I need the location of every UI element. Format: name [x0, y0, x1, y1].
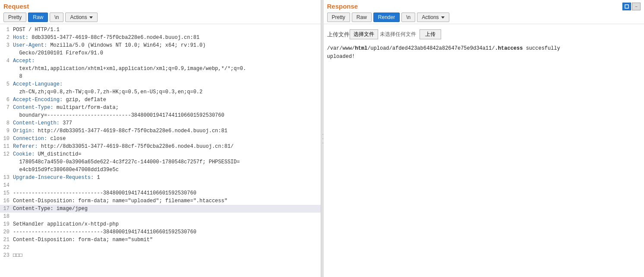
line-8: 8 Content-Length: 377 [0, 119, 321, 127]
request-toolbar: Pretty Raw \n Actions [3, 13, 317, 22]
request-panel-header: Request Pretty Raw \n Actions [0, 0, 321, 24]
line-10: 10 Connection: close [0, 135, 321, 143]
line-2: 2 Host: 8db33051-3477-4619-88cf-75f0cba2… [0, 34, 321, 41]
minimize-btn[interactable]: – [632, 3, 641, 10]
request-actions-btn[interactable]: Actions [65, 13, 97, 22]
maximize-btn[interactable] [622, 3, 631, 10]
response-actions-chevron-icon [441, 16, 445, 19]
line-13: 13 Upgrade-Insecure-Requests: 1 [0, 174, 321, 181]
response-raw-btn[interactable]: Raw [352, 13, 372, 22]
response-panel: Response – Pretty Raw Render \n [324, 0, 644, 277]
actions-chevron-icon [89, 16, 93, 19]
response-toolbar: Pretty Raw Render \n Actions [327, 13, 641, 22]
request-raw-btn[interactable]: Raw [28, 13, 48, 22]
window-controls: – [622, 3, 641, 10]
no-file-label: 未选择任何文件 [380, 31, 416, 38]
request-body: 1 POST / HTTP/1.1 2 Host: 8db33051-3477-… [0, 24, 321, 277]
minimize-icon: – [635, 4, 638, 9]
line-6: 6 Accept-Encoding: gzip, deflate [0, 96, 321, 104]
response-n-btn[interactable]: \n [401, 13, 415, 22]
line-5: 5 Accept-Language: zh-CN,zh;q=0.8,zh-TW;… [0, 80, 321, 96]
response-body: 上传文件 选择文件 未选择任何文件 上传 /var/www/html/uploa… [324, 24, 644, 277]
line-14: 14 [0, 181, 321, 189]
line-19: 19 SetHandler application/x-httpd-php [0, 220, 321, 228]
request-title: Request [3, 3, 317, 10]
line-21: 21 Content-Disposition: form-data; name=… [0, 236, 321, 244]
response-panel-header: Response – Pretty Raw Render \n [324, 0, 644, 24]
upload-success-message: /var/www/html/upload/afded423ab64842a826… [327, 45, 641, 61]
line-1: 1 POST / HTTP/1.1 [0, 26, 321, 34]
line-23: 23 □□□ [0, 252, 321, 259]
upload-label: 上传文件 [327, 31, 350, 38]
line-20: 20 -----------------------------38480001… [0, 228, 321, 236]
line-9: 9 Origin: http://8db33051-3477-4619-88cf… [0, 127, 321, 135]
response-content: 上传文件 选择文件 未选择任何文件 上传 /var/www/html/uploa… [324, 26, 644, 64]
request-code: 1 POST / HTTP/1.1 2 Host: 8db33051-3477-… [0, 26, 321, 259]
line-17: 17 Content-Type: image/jpeg [0, 205, 321, 213]
line-16: 16 Content-Disposition: form-data; name=… [0, 197, 321, 205]
choose-file-btn[interactable]: 选择文件 [350, 29, 378, 39]
request-pretty-btn[interactable]: Pretty [3, 13, 26, 22]
line-22: 22 [0, 244, 321, 252]
request-panel: Request Pretty Raw \n Actions 1 POST / H… [0, 0, 321, 277]
response-title: Response [327, 3, 358, 10]
line-4: 4 Accept: text/html,application/xhtml+xm… [0, 57, 321, 80]
upload-bar: 上传文件 选择文件 未选择任何文件 上传 [327, 29, 641, 39]
line-7: 7 Content-Type: multipart/form-data; bou… [0, 104, 321, 119]
line-12: 12 Cookie: UM_distinctid= 1780548c7a4550… [0, 150, 321, 174]
response-render-btn[interactable]: Render [373, 13, 400, 22]
line-3: 3 User-Agent: Mozilla/5.0 (Windows NT 10… [0, 41, 321, 57]
maximize-icon [625, 4, 629, 9]
line-11: 11 Referer: http://8db33051-3477-4619-88… [0, 143, 321, 150]
success-path: /var/www/html/upload/afded423ab64842a826… [327, 45, 560, 60]
upload-submit-btn[interactable]: 上传 [420, 29, 441, 39]
line-15: 15 -----------------------------38480001… [0, 189, 321, 197]
response-actions-btn[interactable]: Actions [417, 13, 449, 22]
response-pretty-btn[interactable]: Pretty [327, 13, 350, 22]
line-18: 18 [0, 213, 321, 220]
request-n-btn[interactable]: \n [50, 13, 63, 22]
svg-rect-0 [625, 5, 628, 8]
